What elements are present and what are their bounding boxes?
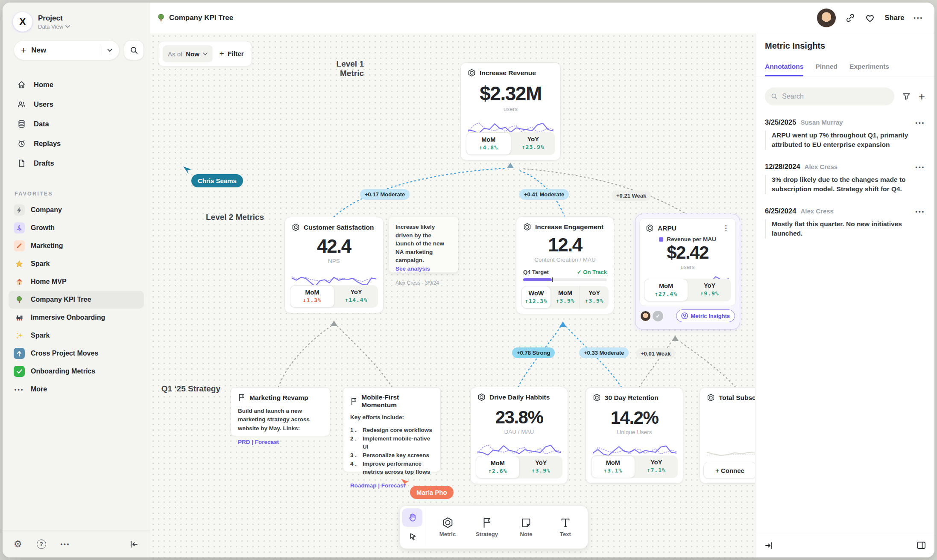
edge-label[interactable]: +0.01 Weak (636, 348, 675, 359)
annotation-item[interactable]: 3/25/2025 Susan Murray ••• ARPU went up … (755, 105, 934, 150)
metric-unit: users (646, 264, 729, 270)
favorite-company[interactable]: Company (9, 201, 144, 219)
edge-label[interactable]: +0.41 Moderate (519, 189, 569, 200)
search-icon (130, 46, 138, 55)
sidebar-item-users[interactable]: Users (9, 94, 144, 114)
connect-data-button[interactable]: + Connec (703, 462, 755, 479)
users-icon (17, 100, 26, 109)
verified-check-icon: ✓ (653, 311, 663, 321)
favorite-heart-icon[interactable] (865, 13, 875, 23)
sidebar-item-home[interactable]: Home (9, 75, 144, 94)
search-input[interactable] (782, 93, 888, 100)
strategy-card-mobile-first-momentum[interactable]: Mobile-First Momentum Key efforts includ… (343, 387, 441, 472)
copy-link-icon[interactable] (845, 13, 855, 23)
favorite-marketing[interactable]: Marketing (9, 237, 144, 255)
select-tool[interactable] (402, 528, 422, 546)
stat-mom: MoM ↑2.6% (476, 456, 520, 478)
metric-card-total-subscriptions[interactable]: Total Subscript + Connec (700, 387, 755, 484)
edge-label[interactable]: +0.78 Strong (512, 347, 555, 358)
stat-mom: MoM ↑27.4% (644, 279, 688, 301)
card-menu-icon[interactable]: ⋮ (722, 224, 729, 233)
strategy-tool[interactable]: Strategy (467, 508, 507, 546)
text-tool[interactable]: Text (546, 508, 585, 546)
annotation-menu-icon[interactable]: ••• (915, 164, 925, 170)
annotation-menu-icon[interactable]: ••• (915, 208, 925, 215)
edge-label[interactable]: +0.21 Weak (612, 190, 651, 201)
strategy-card-marketing-revamp[interactable]: Marketing Revamp Build and launch a new … (231, 387, 330, 436)
stat-yoy: YoY ↑9.9% (688, 279, 731, 301)
flag-icon (238, 394, 246, 402)
favorite-spark-2[interactable]: Spark (9, 327, 144, 344)
favorite-home-mvp[interactable]: Home MVP (9, 273, 144, 291)
document-title: Company KPI Tree (157, 14, 233, 22)
metric-card-customer-satisfaction[interactable]: Customer Satisfaction 42.4 NPS MoM ↓1.3%… (284, 217, 384, 313)
topbar-more-icon[interactable]: ••• (914, 15, 923, 21)
metric-value: $2.42 (646, 242, 729, 263)
annotation-item[interactable]: 12/28/2024 Alex Cress ••• 3% drop likely… (755, 150, 934, 194)
favorite-cross-project-moves[interactable]: Cross Project Moves (9, 344, 144, 362)
annotation-menu-icon[interactable]: ••• (915, 120, 925, 126)
sidebar-item-data[interactable]: Data (9, 114, 144, 134)
settings-gear-icon[interactable]: ⚙ (14, 539, 22, 550)
plus-icon: + (220, 49, 224, 58)
filter-funnel-icon[interactable] (902, 92, 911, 101)
home-icon (17, 80, 26, 89)
new-button[interactable]: + New (14, 40, 120, 60)
legend-swatch (659, 237, 663, 242)
annotations-search[interactable] (765, 88, 894, 105)
favorites-label: FAVORITES (15, 191, 150, 197)
filter-button[interactable]: + Filter (220, 49, 244, 58)
favorite-onboarding-metrics[interactable]: Onboarding Metrics (9, 362, 144, 380)
metric-card-increase-engagement[interactable]: Increase Engagement 12.4 Content Creatio… (516, 216, 614, 314)
metric-insights-button[interactable]: Metric Insights (676, 309, 735, 322)
user-avatar[interactable] (817, 9, 836, 27)
sidebar-more-button[interactable]: ••• More (9, 380, 144, 398)
project-view-selector[interactable]: Data View (38, 23, 70, 30)
check-square-icon (14, 366, 25, 377)
chevron-down-icon[interactable] (107, 49, 112, 52)
kpi-tree-canvas[interactable]: As of Now + Filter Level 1 Metric Level … (150, 33, 755, 557)
metric-card-drive-daily-habbits[interactable]: Drive Daily Habbits 23.8% DAU / MAU MoM … (470, 387, 568, 484)
search-icon (771, 93, 778, 100)
hand-tool[interactable] (402, 508, 422, 527)
favorite-immersive-onboarding[interactable]: Immersive Onboarding (9, 309, 144, 327)
favorite-spark[interactable]: Spark (9, 255, 144, 273)
metric-card-30-day-retention[interactable]: 30 Day Retention 14.2% Unique Users MoM … (586, 387, 683, 484)
sidebar-search-button[interactable] (124, 40, 144, 60)
tab-experiments[interactable]: Experiments (849, 63, 889, 76)
edge-label[interactable]: +0.17 Moderate (360, 189, 410, 200)
project-switcher[interactable]: X Project Data View (3, 3, 150, 32)
share-button[interactable]: Share (884, 14, 904, 22)
annotation-note-card[interactable]: Increase likely driven by the launch of … (389, 216, 458, 273)
help-icon[interactable]: ? (37, 540, 46, 549)
as-of-selector[interactable]: As of Now (163, 45, 213, 62)
collapse-panel-icon[interactable] (764, 542, 773, 549)
stat-yoy: YoY ↑3.9% (520, 456, 563, 478)
see-analysis-link[interactable]: See analysis (395, 265, 430, 272)
collaborator-avatar (640, 311, 651, 321)
split-view-icon[interactable] (917, 541, 926, 549)
add-annotation-icon[interactable]: + (919, 90, 925, 103)
metric-card-increase-revenue[interactable]: Increase Revenue $2.32M users MoM ↑4.8% … (460, 62, 561, 160)
edge-label[interactable]: +0.33 Moderate (579, 347, 629, 358)
annotation-item[interactable]: 6/25/2024 Alex Cress ••• Mostly flat thi… (755, 194, 934, 239)
metric-card-arpu-selected[interactable]: ARPU ⋮ Revenue per MAU $2.42 users MoM ↑… (635, 214, 740, 330)
flag-icon (482, 517, 492, 528)
sidebar-item-replays[interactable]: Replays (9, 134, 144, 153)
stat-yoy: YoY ↑7.1% (635, 455, 678, 478)
prd-forecast-links[interactable]: PRD | Forecast (238, 439, 323, 445)
cursor-arrow-icon (182, 166, 192, 176)
panel-title: Metric Insights (755, 33, 934, 51)
favorite-company-kpi-tree[interactable]: Company KPI Tree (9, 291, 144, 309)
tab-annotations[interactable]: Annotations (765, 63, 803, 76)
tab-pinned[interactable]: Pinned (815, 63, 837, 76)
workspace-logo: X (13, 12, 32, 32)
collapse-sidebar-icon[interactable] (129, 540, 139, 548)
more-options-icon[interactable]: ••• (61, 541, 70, 547)
metric-hexagon-icon (468, 69, 476, 77)
metric-value: $2.32M (468, 82, 553, 105)
favorite-growth[interactable]: Growth (9, 219, 144, 237)
note-tool[interactable]: Note (507, 508, 546, 546)
metric-tool[interactable]: Metric (428, 508, 467, 546)
sidebar-item-drafts[interactable]: Drafts (9, 153, 144, 173)
